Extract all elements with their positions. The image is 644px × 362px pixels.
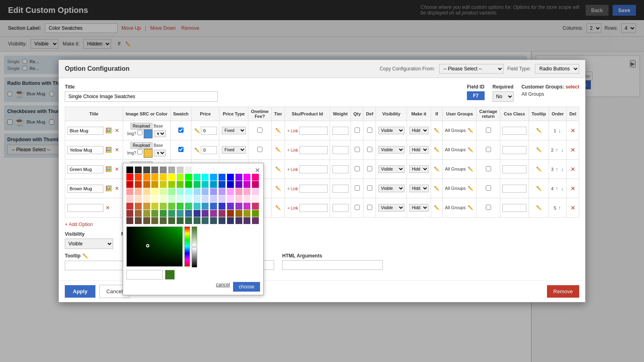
color-swatch-65[interactable] <box>135 195 142 202</box>
make-select-2[interactable]: HiddVisible <box>409 165 429 173</box>
color-swatch-101[interactable] <box>168 210 175 217</box>
color-swatch-103[interactable] <box>185 210 192 217</box>
color-swatch-41[interactable] <box>202 181 208 188</box>
color-swatch-22[interactable] <box>177 174 184 181</box>
color-swatch-5[interactable] <box>168 167 175 173</box>
option-remove-icon-4[interactable]: ✕ <box>105 204 111 211</box>
color-swatch-1[interactable] <box>135 167 142 173</box>
color-swatch-81[interactable] <box>135 203 142 210</box>
hue-strip[interactable] <box>184 226 190 267</box>
color-swatch-123[interactable] <box>219 217 225 224</box>
tooltip-edit-row-4[interactable]: ✏️ <box>535 205 543 211</box>
color-swatch-82[interactable] <box>143 203 150 210</box>
color-swatch-100[interactable] <box>160 210 167 217</box>
option-remove-icon-3[interactable]: ✕ <box>114 185 120 192</box>
color-swatch-95[interactable] <box>252 203 259 210</box>
color-swatch-6[interactable] <box>177 167 184 173</box>
color-swatch-111[interactable] <box>252 210 259 217</box>
color-swatch-75[interactable] <box>219 195 225 202</box>
def-check-2[interactable] <box>367 166 372 171</box>
price-edit-0[interactable]: ✏️ <box>194 128 201 134</box>
weight-input-2[interactable] <box>332 165 349 173</box>
link-0[interactable]: + Link <box>287 129 298 133</box>
color-swatch-62[interactable] <box>244 188 250 195</box>
color-swatch-107[interactable] <box>219 210 225 217</box>
css-input-1[interactable] <box>502 146 526 154</box>
color-swatch-14[interactable] <box>244 167 250 173</box>
weight-input-4[interactable] <box>332 204 349 212</box>
color-swatch-24[interactable] <box>194 174 200 181</box>
color-swatch-73[interactable] <box>202 195 208 202</box>
color-swatch-35[interactable] <box>151 181 158 188</box>
make-select-4[interactable]: HiddVisible <box>409 204 429 212</box>
color-swatch-48[interactable] <box>126 188 133 195</box>
color-swatch-96[interactable] <box>126 210 133 217</box>
color-swatch-9[interactable] <box>202 167 208 173</box>
option-title-input-2[interactable] <box>67 165 103 173</box>
color-swatch-93[interactable] <box>235 203 242 210</box>
order-down-1[interactable]: ↓ <box>560 146 565 153</box>
carriage-check-3[interactable] <box>486 185 491 191</box>
option-title-input-3[interactable] <box>67 185 103 193</box>
color-swatch-59[interactable] <box>219 188 225 195</box>
vis-select-1[interactable]: VisibleHidden <box>378 146 405 154</box>
color-swatch-55[interactable] <box>185 188 192 195</box>
order-up-2[interactable]: ↑ <box>555 166 559 173</box>
color-swatch-126[interactable] <box>244 217 250 224</box>
color-swatch-118[interactable] <box>177 217 184 224</box>
sku-input-0[interactable] <box>299 127 328 135</box>
color-swatch-7[interactable] <box>185 167 192 173</box>
def-check-4[interactable] <box>367 205 372 210</box>
sku-input-4[interactable] <box>299 204 328 212</box>
base-img-check-0[interactable] <box>137 130 142 135</box>
vis-select-2[interactable]: VisibleHidden <box>378 165 405 173</box>
color-swatch-114[interactable] <box>143 217 150 224</box>
color-swatch-98[interactable] <box>143 210 150 217</box>
color-swatch-112[interactable] <box>126 217 133 224</box>
reupload-button-0[interactable]: Reupload <box>130 123 153 130</box>
color-swatch-125[interactable] <box>235 217 242 224</box>
tier-edit-1[interactable]: ✏️ <box>275 147 282 153</box>
color-swatch-16[interactable] <box>126 174 133 181</box>
color-swatch-85[interactable] <box>168 203 175 210</box>
price-type-select-1[interactable]: FixedPercent <box>222 146 246 154</box>
color-swatch-64[interactable] <box>126 195 133 202</box>
delete-row-2[interactable]: ✕ <box>570 165 576 173</box>
color-swatch-102[interactable] <box>177 210 184 217</box>
color-swatch-39[interactable] <box>185 181 192 188</box>
color-swatch-45[interactable] <box>235 181 242 188</box>
option-img-button-3[interactable]: 🖼️ <box>105 185 113 192</box>
onetime-check-0[interactable] <box>257 128 262 133</box>
option-remove-icon-1[interactable]: ✕ <box>114 146 120 153</box>
delete-row-4[interactable]: ✕ <box>570 204 576 212</box>
img-mode-select-1[interactable]: ▼ <box>154 150 166 156</box>
option-img-button-2[interactable]: 🖼️ <box>105 166 113 173</box>
color-swatch-12[interactable] <box>227 167 234 173</box>
color-swatch-108[interactable] <box>227 210 234 217</box>
color-swatch-51[interactable] <box>151 188 158 195</box>
color-swatch-53[interactable] <box>168 188 175 195</box>
config-title-input[interactable] <box>65 91 218 102</box>
html-args-input[interactable] <box>282 260 383 270</box>
vis-select-0[interactable]: VisibleHidden <box>378 127 405 134</box>
qty-check-4[interactable] <box>355 205 360 210</box>
delete-row-0[interactable]: ✕ <box>570 127 576 135</box>
swatch-check-0[interactable] <box>178 128 184 133</box>
tooltip-edit-row-0[interactable]: ✏️ <box>535 128 543 134</box>
color-swatch-19[interactable] <box>151 174 158 181</box>
color-swatch-104[interactable] <box>194 210 200 217</box>
price-input-0[interactable] <box>201 127 217 135</box>
color-swatch-33[interactable] <box>135 181 142 188</box>
tooltip-edit-row-2[interactable]: ✏️ <box>535 166 543 172</box>
order-down-3[interactable]: ↓ <box>560 185 565 192</box>
color-swatch-86[interactable] <box>177 203 184 210</box>
color-swatch-72[interactable] <box>194 195 200 202</box>
option-img-button-0[interactable]: 🖼️ <box>105 127 113 134</box>
color-swatch-3[interactable] <box>151 167 158 173</box>
option-title-input-1[interactable] <box>67 146 103 154</box>
make-select-1[interactable]: HiddVisible <box>409 146 429 154</box>
color-swatch-105[interactable] <box>202 210 208 217</box>
color-swatch-124[interactable] <box>227 217 234 224</box>
option-remove-icon-2[interactable]: ✕ <box>114 166 120 173</box>
color-swatch-2[interactable] <box>143 167 150 173</box>
